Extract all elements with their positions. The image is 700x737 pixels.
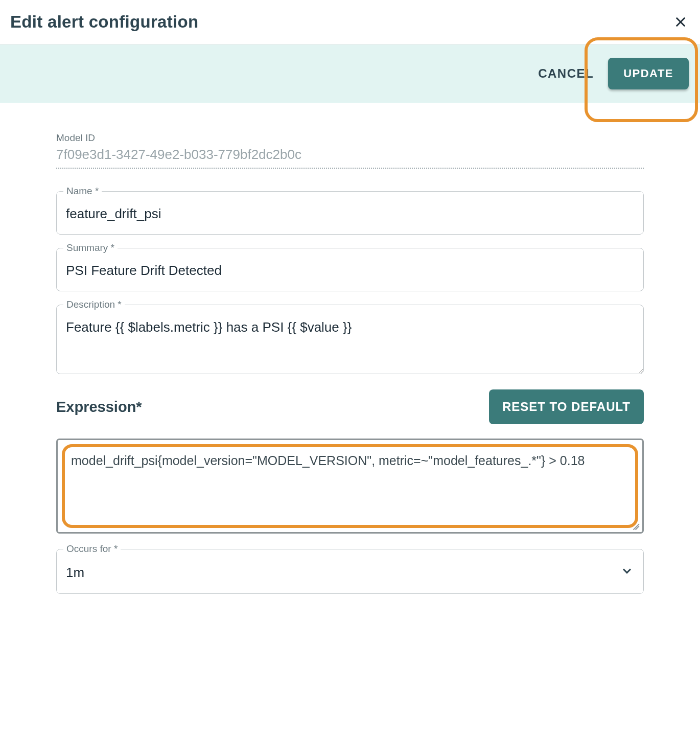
cancel-button[interactable]: CANCEL: [538, 66, 594, 81]
resize-handle-icon[interactable]: [630, 520, 639, 529]
update-button[interactable]: UPDATE: [608, 58, 689, 89]
modal-header: Edit alert configuration: [0, 0, 700, 44]
expression-label: Expression*: [56, 399, 142, 416]
expression-input[interactable]: [71, 452, 629, 488]
summary-label: Summary *: [63, 242, 118, 254]
close-icon: [673, 15, 688, 29]
expression-highlight-box: [62, 444, 638, 528]
expression-header: Expression* RESET TO DEFAULT: [56, 389, 644, 424]
close-button[interactable]: [671, 13, 690, 31]
occurs-for-field: Occurs for * 1m: [56, 549, 644, 594]
name-input[interactable]: [56, 191, 644, 235]
name-field: Name *: [56, 191, 644, 235]
occurs-for-select[interactable]: 1m: [56, 549, 644, 594]
description-input[interactable]: [56, 305, 644, 374]
description-label: Description *: [63, 299, 125, 310]
description-field: Description *: [56, 305, 644, 376]
model-id-label: Model ID: [56, 132, 644, 144]
occurs-for-label: Occurs for *: [63, 543, 121, 555]
name-label: Name *: [63, 186, 102, 197]
reset-to-default-button[interactable]: RESET TO DEFAULT: [489, 389, 644, 424]
model-id-value: 7f09e3d1-3427-49e2-b033-779bf2dc2b0c: [56, 147, 644, 169]
action-bar: CANCEL UPDATE: [0, 44, 700, 103]
expression-box: [56, 439, 644, 534]
modal-title: Edit alert configuration: [10, 12, 198, 32]
occurs-for-value: 1m: [66, 565, 84, 581]
chevron-down-icon: [620, 564, 634, 581]
form-body: Model ID 7f09e3d1-3427-49e2-b033-779bf2d…: [0, 103, 700, 628]
summary-input[interactable]: [56, 248, 644, 291]
summary-field: Summary *: [56, 248, 644, 291]
model-id-block: Model ID 7f09e3d1-3427-49e2-b033-779bf2d…: [56, 132, 644, 169]
